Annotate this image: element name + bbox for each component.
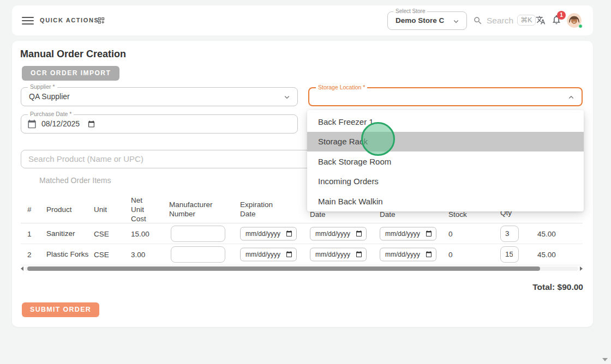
submit-order-button[interactable]: SUBMIT ORDER [22,302,99,317]
table-horizontal-scrollbar [21,266,583,271]
storage-location-dropdown: Back Freezer 1 Storage Rack Back Storage… [307,110,584,211]
date-picker-icon[interactable] [426,251,432,258]
row-total: 45.00 [537,251,556,259]
supplier-select[interactable]: Supplier * QA Supplier [21,87,298,106]
date-input[interactable]: mm/dd/yyyy [310,227,367,240]
page-scroll-down-arrow-icon[interactable] [602,358,608,361]
row-total: 45.00 [537,229,556,238]
row-stock: 0 [448,251,453,259]
chevron-down-icon [282,92,292,102]
col-header-manufacturer-number: Manufacturer Number [169,200,235,219]
search-shortcut-badge: ⌘K [517,15,536,26]
storage-location-label: Storage Location * [316,84,367,90]
date-picker-icon[interactable] [426,230,432,236]
dropdown-item-back-storage-room[interactable]: Back Storage Room [307,151,584,172]
qty-value: 15 [505,247,513,262]
date-input[interactable]: mm/dd/yyyy [380,248,436,262]
storage-location-select[interactable]: Storage Location * [308,87,583,106]
purchase-date-value: 08/12/2025 [41,115,80,133]
ocr-order-import-button[interactable]: OCR ORDER IMPORT [22,66,119,81]
store-select[interactable]: Select Store Demo Store C [387,11,467,30]
date-placeholder: mm/dd/yyyy [315,227,350,240]
dropdown-item-storage-rack[interactable]: Storage Rack [307,132,584,152]
qty-input[interactable]: 3 [500,226,519,242]
qty-value: 3 [505,226,510,241]
chevron-up-icon [566,93,576,102]
date-input[interactable]: mm/dd/yyyy [380,227,436,240]
row-num: 2 [27,251,32,259]
order-total: Total: $90.00 [532,282,583,292]
date-placeholder: mm/dd/yyyy [315,248,350,261]
row-stock: 0 [448,229,453,238]
search-icon[interactable] [473,16,483,26]
chevron-down-icon [451,16,461,26]
grid-plus-icon[interactable] [97,16,105,25]
row-net-unit-cost: 3.00 [131,251,145,259]
dropdown-item-back-freezer-1[interactable]: Back Freezer 1 [307,112,584,132]
date-picker-icon[interactable] [286,251,292,258]
col-header-unit: Unit [94,205,107,214]
product-search-placeholder: Search Product (Name or UPC) [28,150,143,168]
top-bar: QUICK ACTIONS Select Store Demo Store C … [12,5,593,35]
row-num: 1 [27,229,32,238]
qty-input[interactable]: 15 [500,246,519,263]
scroll-right-arrow-icon[interactable] [580,266,583,271]
scrollbar-thumb[interactable] [27,266,540,271]
scroll-left-arrow-icon[interactable] [21,266,23,271]
supplier-value: QA Supplier [29,88,70,106]
expiration-date-input[interactable]: mm/dd/yyyy [240,227,297,240]
manufacturer-number-input[interactable] [171,226,225,242]
row-net-unit-cost: 15.00 [131,229,149,238]
col-header-num: # [27,205,32,214]
date-picker-icon[interactable] [88,120,95,128]
date-placeholder: mm/dd/yyyy [245,248,280,261]
online-status-dot [578,24,583,28]
notification-badge: 1 [557,11,566,20]
quick-actions-button[interactable]: QUICK ACTIONS [40,5,99,35]
app-screen: QUICK ACTIONS Select Store Demo Store C … [0,0,611,364]
row-product: Plastic Forks [46,250,90,259]
date-placeholder: mm/dd/yyyy [385,227,420,240]
date-picker-icon[interactable] [356,230,362,236]
manufacturer-number-input[interactable] [171,246,225,263]
date-picker-icon[interactable] [286,230,292,236]
expiration-date-input[interactable]: mm/dd/yyyy [240,248,297,262]
date-picker-icon[interactable] [356,251,362,258]
date-placeholder: mm/dd/yyyy [245,227,280,240]
matched-order-items-label: Matched Order Items [39,176,111,185]
row-product: Sanitizer [46,229,90,238]
translate-icon[interactable] [536,15,546,25]
calendar-icon[interactable] [27,119,37,129]
notifications-button[interactable]: 1 [551,14,562,25]
row-unit: CSE [94,251,109,259]
col-header-product: Product [46,205,72,214]
row-unit: CSE [94,229,109,238]
store-select-value: Demo Store C [396,12,444,29]
date-input[interactable]: mm/dd/yyyy [310,248,367,262]
page-title: Manual Order Creation [20,48,126,60]
search-input[interactable]: Search [487,5,513,35]
table-row: 2 Plastic Forks CSE 3.00 mm/dd/yyyy mm/d… [21,244,583,265]
dropdown-item-main-back-walkin[interactable]: Main Back Walkin [307,191,584,211]
col-header-net-unit-cost: Net Unit Cost [131,196,156,223]
col-header-expiration-date: Expiration Date [240,200,287,219]
table-row: 1 Sanitizer CSE 15.00 mm/dd/yyyy mm/dd/y… [21,223,583,244]
purchase-date-field[interactable]: Purchase Date * 08/12/2025 [21,114,298,134]
menu-icon[interactable] [22,15,34,26]
date-placeholder: mm/dd/yyyy [385,248,420,261]
dropdown-item-incoming-orders[interactable]: Incoming Orders [307,172,584,192]
